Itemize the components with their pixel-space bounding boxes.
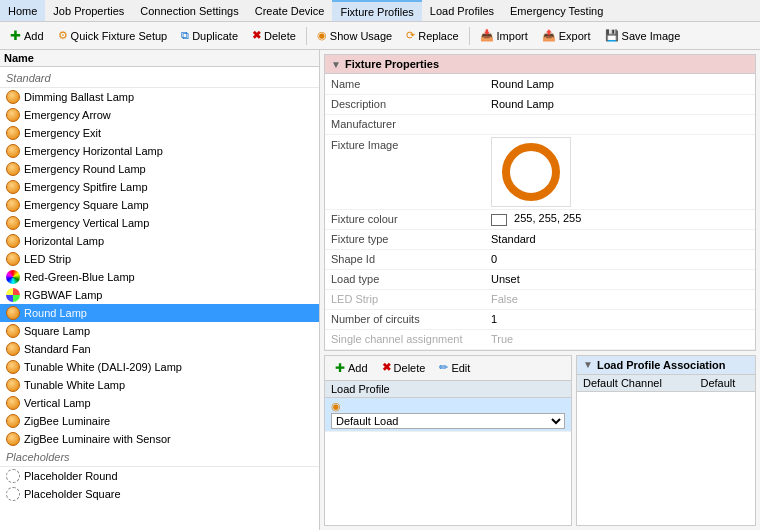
duplicate-button[interactable]: ⧉ Duplicate bbox=[175, 26, 244, 45]
list-item[interactable]: Emergency Arrow bbox=[0, 106, 319, 124]
list-item[interactable]: Placeholder Square bbox=[0, 485, 319, 503]
prop-value-manufacturer bbox=[485, 114, 755, 134]
export-icon: 📤 bbox=[542, 29, 556, 42]
prop-row-load-type: Load type Unset bbox=[325, 269, 755, 289]
delete-label: Delete bbox=[264, 30, 296, 42]
list-item[interactable]: ZigBee Luminaire bbox=[0, 412, 319, 430]
prop-label-colour: Fixture colour bbox=[325, 209, 485, 229]
list-item[interactable]: Placeholder Round bbox=[0, 467, 319, 485]
prop-value-circuits: 1 bbox=[485, 309, 755, 329]
fixture-icon bbox=[6, 252, 20, 266]
left-panel-header: Name bbox=[0, 50, 319, 67]
list-item[interactable]: Vertical Lamp bbox=[0, 394, 319, 412]
fixture-icon bbox=[6, 270, 20, 284]
menu-fixture-profiles[interactable]: Fixture Profiles bbox=[332, 0, 421, 21]
lp-add-label: Add bbox=[348, 362, 368, 374]
menu-connection-settings[interactable]: Connection Settings bbox=[132, 0, 246, 21]
lp-delete-button[interactable]: ✖ Delete bbox=[376, 358, 432, 377]
list-item[interactable]: Square Lamp bbox=[0, 322, 319, 340]
show-usage-button[interactable]: ◉ Show Usage bbox=[311, 26, 398, 45]
quick-setup-label: Quick Fixture Setup bbox=[71, 30, 168, 42]
fixture-icon bbox=[6, 414, 20, 428]
fixture-icon bbox=[6, 162, 20, 176]
list-item[interactable]: Emergency Exit bbox=[0, 124, 319, 142]
load-profile-section: ✚ Add ✖ Delete ✏ Edit bbox=[324, 355, 572, 527]
menu-create-device[interactable]: Create Device bbox=[247, 0, 333, 21]
export-button[interactable]: 📤 Export bbox=[536, 26, 597, 45]
load-profile-toolbar: ✚ Add ✖ Delete ✏ Edit bbox=[325, 356, 571, 381]
fixture-icon bbox=[6, 342, 20, 356]
lp-add-icon: ✚ bbox=[335, 361, 345, 375]
delete-button[interactable]: ✖ Delete bbox=[246, 26, 302, 45]
menu-load-profiles[interactable]: Load Profiles bbox=[422, 0, 502, 21]
fixture-icon bbox=[6, 126, 20, 140]
fixture-icon bbox=[6, 108, 20, 122]
lp-row-select[interactable]: Default Load bbox=[331, 413, 565, 429]
list-item-round-lamp[interactable]: Round Lamp bbox=[0, 304, 319, 322]
menu-home[interactable]: Home bbox=[0, 0, 45, 21]
item-label: RGBWAF Lamp bbox=[24, 289, 102, 301]
list-item[interactable]: Standard Fan bbox=[0, 340, 319, 358]
list-item[interactable]: ZigBee Luminaire with Sensor bbox=[0, 430, 319, 448]
left-panel: Name Standard Dimming Ballast Lamp Emerg… bbox=[0, 50, 320, 530]
fixture-icon bbox=[6, 487, 20, 501]
item-label: Placeholder Round bbox=[24, 470, 118, 482]
lp-cell[interactable]: ◉ Default Load bbox=[325, 397, 571, 431]
fixture-icon bbox=[6, 234, 20, 248]
save-image-label: Save Image bbox=[622, 30, 681, 42]
fixture-icon bbox=[6, 396, 20, 410]
list-item[interactable]: Emergency Vertical Lamp bbox=[0, 214, 319, 232]
prop-value-name: Round Lamp bbox=[485, 74, 755, 94]
item-label: Vertical Lamp bbox=[24, 397, 91, 409]
list-item[interactable]: Emergency Horizontal Lamp bbox=[0, 142, 319, 160]
prop-row-circuits: Number of circuits 1 bbox=[325, 309, 755, 329]
list-item[interactable]: Emergency Round Lamp bbox=[0, 160, 319, 178]
import-button[interactable]: 📥 Import bbox=[474, 26, 534, 45]
prop-value-shape-id: 0 bbox=[485, 249, 755, 269]
list-item[interactable]: Tunable White (DALI-209) Lamp bbox=[0, 358, 319, 376]
prop-label-fixture-type: Fixture type bbox=[325, 229, 485, 249]
item-label: Placeholder Square bbox=[24, 488, 121, 500]
delete-icon: ✖ bbox=[252, 29, 261, 42]
section-placeholders: Placeholders bbox=[0, 448, 319, 467]
fixture-icon bbox=[6, 90, 20, 104]
item-label: Round Lamp bbox=[24, 307, 87, 319]
lp-edit-button[interactable]: ✏ Edit bbox=[433, 358, 476, 377]
prop-value-load-type: Unset bbox=[485, 269, 755, 289]
lp-delete-label: Delete bbox=[394, 362, 426, 374]
save-image-button[interactable]: 💾 Save Image bbox=[599, 26, 687, 45]
item-label: Dimming Ballast Lamp bbox=[24, 91, 134, 103]
quick-fixture-setup-button[interactable]: ⚙ Quick Fixture Setup bbox=[52, 26, 174, 45]
list-item[interactable]: Tunable White Lamp bbox=[0, 376, 319, 394]
replace-button[interactable]: ⟳ Replace bbox=[400, 26, 464, 45]
prop-label-description: Description bbox=[325, 94, 485, 114]
fixture-list[interactable]: Standard Dimming Ballast Lamp Emergency … bbox=[0, 67, 319, 530]
list-item[interactable]: Emergency Square Lamp bbox=[0, 196, 319, 214]
lp-row[interactable]: ◉ Default Load bbox=[325, 397, 571, 431]
menu-job-properties[interactable]: Job Properties bbox=[45, 0, 132, 21]
list-item[interactable]: RGBWAF Lamp bbox=[0, 286, 319, 304]
lpa-col-channel: Default Channel bbox=[577, 375, 694, 392]
lpa-title: Load Profile Association bbox=[597, 359, 726, 371]
add-button[interactable]: ✚ Add bbox=[4, 25, 50, 46]
list-item[interactable]: Dimming Ballast Lamp bbox=[0, 88, 319, 106]
separator-1 bbox=[306, 27, 307, 45]
list-item[interactable]: Red-Green-Blue Lamp bbox=[0, 268, 319, 286]
item-label: Tunable White (DALI-209) Lamp bbox=[24, 361, 182, 373]
colour-swatch bbox=[491, 214, 507, 226]
lp-add-button[interactable]: ✚ Add bbox=[329, 358, 374, 378]
menu-emergency-testing[interactable]: Emergency Testing bbox=[502, 0, 611, 21]
menu-bar: Home Job Properties Connection Settings … bbox=[0, 0, 760, 22]
lpa-collapse-icon[interactable]: ▼ bbox=[583, 359, 593, 370]
item-label: Emergency Round Lamp bbox=[24, 163, 146, 175]
collapse-icon[interactable]: ▼ bbox=[331, 59, 341, 70]
list-item[interactable]: LED Strip bbox=[0, 250, 319, 268]
load-profile-association-header: ▼ Load Profile Association bbox=[577, 356, 755, 375]
fixture-icon bbox=[6, 198, 20, 212]
prop-label-load-type: Load type bbox=[325, 269, 485, 289]
round-lamp-svg bbox=[501, 142, 561, 202]
load-profile-table: Load Profile ◉ Default Load bbox=[325, 381, 571, 432]
svg-point-0 bbox=[506, 147, 556, 197]
list-item[interactable]: Emergency Spitfire Lamp bbox=[0, 178, 319, 196]
list-item[interactable]: Horizontal Lamp bbox=[0, 232, 319, 250]
